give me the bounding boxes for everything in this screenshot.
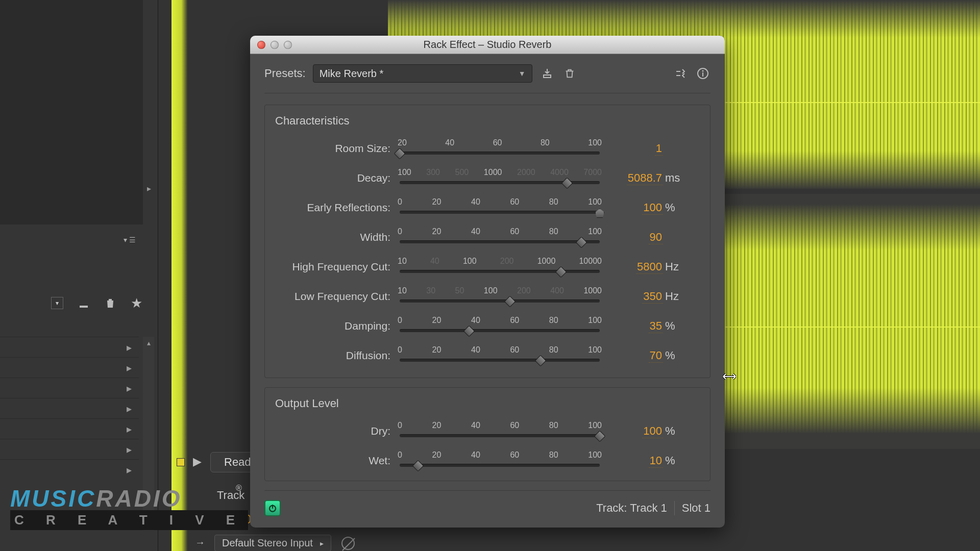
selection-edge	[172, 0, 188, 551]
zoom-icon[interactable]	[284, 41, 292, 49]
delete-preset-icon[interactable]	[562, 66, 577, 81]
param-damping: Damping:02040608010035%	[275, 311, 700, 341]
param-hfCut: High Frequency Cut:104010020010001000058…	[275, 252, 700, 282]
param-value[interactable]: 100	[642, 424, 663, 438]
slider[interactable]: 020406080100	[398, 345, 602, 366]
channel-map-icon[interactable]	[673, 66, 688, 81]
trash-icon[interactable]	[104, 297, 116, 309]
expand-icon[interactable]: ▸	[147, 184, 151, 193]
slider-thumb[interactable]	[576, 237, 587, 248]
chevron-down-icon: ▼	[519, 69, 526, 78]
param-roomSize: Room Size:204060801001	[275, 134, 700, 163]
output-section: Output Level Dry:020406080100100%Wet:020…	[264, 387, 710, 481]
param-unit: %	[663, 201, 683, 214]
param-unit: %	[663, 319, 683, 333]
left-panel: ▸ ▾ ☰ ▾ ★ ▸ ▸ ▸ ▸ ▸ ▸ ▸ ▴	[0, 0, 158, 551]
slider-thumb[interactable]	[555, 266, 567, 278]
param-unit: ms	[663, 171, 683, 185]
play-icon[interactable]: ▶	[193, 455, 202, 468]
slider[interactable]: 020406080100	[398, 450, 602, 471]
presets-label: Presets:	[264, 67, 306, 80]
slider-thumb[interactable]	[595, 209, 604, 218]
preset-dropdown-small[interactable]: ▾	[51, 297, 63, 309]
param-unit: Hz	[663, 290, 683, 303]
route-arrow-icon: →	[195, 537, 205, 548]
resize-cursor-icon	[722, 371, 737, 384]
section-title: Output Level	[275, 397, 700, 410]
param-value[interactable]: 5088.7	[627, 171, 663, 185]
param-unit: %	[663, 424, 683, 438]
param-lfCut: Low Frequency Cut:1030501002004001000350…	[275, 282, 700, 311]
input-selector-label: Default Stereo Input	[222, 537, 313, 549]
svg-rect-2	[702, 72, 703, 77]
window-title: Rack Effect – Studio Reverb	[250, 39, 725, 51]
slider[interactable]: 1030501002004001000	[398, 286, 602, 307]
slider[interactable]: 020406080100	[398, 197, 602, 218]
watermark-logo: MUSICRADIO C R E A T I V E	[10, 485, 248, 530]
slider[interactable]: 020406080100	[398, 316, 602, 336]
slider-thumb[interactable]	[535, 355, 547, 367]
expand-icon[interactable]: ▸	[127, 403, 132, 415]
slider-thumb[interactable]	[463, 325, 475, 337]
phase-invert-icon[interactable]	[341, 537, 355, 550]
param-unit: Hz	[663, 260, 683, 273]
footer-slot: Slot 1	[682, 502, 710, 515]
slider[interactable]: 20406080100	[398, 138, 602, 159]
param-value[interactable]: 5800	[636, 260, 663, 274]
star-icon[interactable]: ★	[131, 295, 142, 311]
param-value[interactable]: 100	[642, 201, 663, 215]
param-label: High Frequency Cut:	[275, 261, 398, 273]
panel-menu-icon[interactable]: ▾	[124, 236, 127, 244]
slider[interactable]: 1003005001000200040007000	[398, 168, 602, 188]
param-label: Dry:	[275, 425, 398, 437]
expand-icon[interactable]: ▸	[127, 443, 132, 456]
expand-icon[interactable]: ▸	[127, 382, 132, 394]
param-width: Width:02040608010090	[275, 222, 700, 252]
param-label: Early Reflections:	[275, 202, 398, 214]
expand-icon[interactable]: ▸	[127, 341, 132, 354]
param-value[interactable]: 350	[642, 290, 663, 304]
param-diffusion: Diffusion:02040608010070%	[275, 341, 700, 370]
param-value[interactable]: 10	[649, 454, 663, 468]
footer-track: Track: Track 1	[596, 502, 667, 515]
param-dry: Dry:020406080100100%	[275, 416, 700, 446]
power-button[interactable]	[264, 500, 281, 516]
preset-dropdown[interactable]: Mike Reverb * ▼	[313, 64, 532, 83]
slider[interactable]: 1040100200100010000	[398, 257, 602, 277]
expand-icon[interactable]: ▸	[127, 464, 132, 476]
svg-point-1	[702, 70, 704, 72]
info-icon[interactable]	[695, 66, 710, 81]
preset-value: Mike Reverb *	[320, 68, 384, 80]
param-unit: %	[663, 454, 683, 467]
slider[interactable]: 020406080100	[398, 421, 602, 441]
input-selector[interactable]: Default Stereo Input ▸	[214, 535, 331, 551]
slider-thumb[interactable]	[594, 431, 606, 442]
param-label: Wet:	[275, 455, 398, 467]
save-preset-icon[interactable]	[540, 66, 555, 81]
param-label: Low Frequency Cut:	[275, 290, 398, 303]
slider-thumb[interactable]	[504, 296, 516, 308]
slider-thumb[interactable]	[561, 178, 573, 189]
param-value[interactable]: 1	[655, 142, 663, 156]
param-value[interactable]: 70	[649, 349, 663, 363]
param-decay: Decay:10030050010002000400070005088.7ms	[275, 163, 700, 193]
titlebar[interactable]: Rack Effect – Studio Reverb	[250, 36, 725, 54]
param-unit: %	[663, 349, 683, 362]
param-label: Width:	[275, 231, 398, 243]
effect-dialog: Rack Effect – Studio Reverb Presets: Mik…	[250, 36, 725, 528]
slider-thumb[interactable]	[412, 460, 424, 472]
save-icon[interactable]	[78, 297, 90, 309]
expand-icon[interactable]: ▸	[127, 362, 132, 374]
section-title: Characteristics	[275, 114, 700, 128]
param-value[interactable]: 35	[649, 319, 663, 333]
param-earlyRef: Early Reflections:020406080100100%	[275, 193, 700, 222]
track-color-swatch[interactable]	[177, 458, 185, 466]
slider[interactable]: 020406080100	[398, 227, 602, 247]
param-value[interactable]: 90	[649, 231, 663, 244]
characteristics-section: Characteristics Room Size:204060801001De…	[264, 105, 710, 378]
panel-list-icon[interactable]: ☰	[129, 236, 136, 244]
minimize-icon[interactable]	[271, 41, 279, 49]
expand-icon[interactable]: ▸	[127, 423, 132, 435]
param-label: Diffusion:	[275, 349, 398, 362]
close-icon[interactable]	[257, 41, 265, 49]
